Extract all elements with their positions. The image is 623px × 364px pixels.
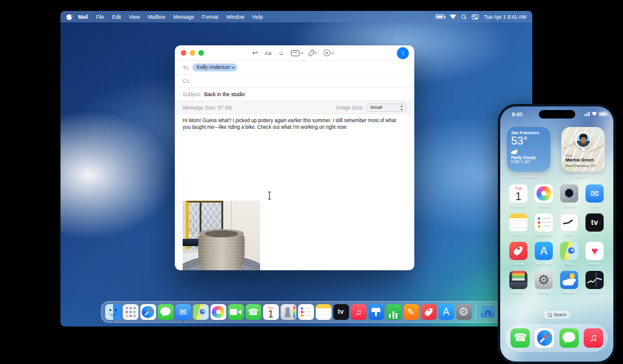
messages-icon[interactable] (158, 304, 174, 320)
menu-item-file[interactable]: File (96, 14, 105, 20)
zoom-window-button[interactable] (198, 50, 204, 56)
menu-bar-clock[interactable]: Tue Apr 1 9:41 AM (484, 14, 526, 20)
menu-item-format[interactable]: Format (202, 14, 218, 20)
home-app-reminders[interactable]: Reminders (531, 213, 556, 237)
safari-icon[interactable] (535, 328, 554, 348)
dock-item-messages[interactable] (157, 304, 174, 320)
home-app-clock[interactable]: Clock (556, 213, 582, 237)
close-window-button[interactable] (181, 50, 186, 56)
dock-item-settings-mac[interactable]: ⚙ (455, 304, 472, 320)
dock-item-numbers[interactable] (385, 304, 402, 320)
dock-item-tv[interactable]: tv (333, 304, 349, 320)
dock-item-music[interactable]: ♫ (350, 304, 367, 320)
menu-item-view[interactable]: View (129, 14, 140, 20)
dock-item-notes[interactable] (315, 304, 331, 320)
battery-icon[interactable] (435, 15, 445, 19)
home-app-notes[interactable]: Notes (506, 213, 531, 237)
downloads-icon[interactable]: ↓ (480, 304, 496, 320)
tv-icon[interactable]: tv (585, 213, 604, 232)
text-format-button[interactable]: Aa (264, 50, 272, 56)
mail-icon[interactable]: ✉ (585, 184, 604, 203)
dock-item-downloads[interactable]: ↓ (480, 304, 496, 320)
findmy-widget[interactable]: NA GREEN DR MARINA BLV Now Marina Green … (561, 127, 605, 172)
dock-item-safari[interactable] (140, 304, 156, 320)
dock-item-maps[interactable] (192, 304, 209, 320)
launchpad-icon[interactable] (123, 304, 139, 320)
notes-icon[interactable] (509, 213, 527, 232)
wallet-icon[interactable] (509, 271, 527, 289)
camera-icon[interactable] (560, 184, 578, 203)
home-app-mail[interactable]: ✉Mail (582, 184, 607, 208)
tv-icon[interactable]: tv (333, 304, 349, 320)
music-icon[interactable]: ♫ (351, 304, 367, 320)
home-app-tv[interactable]: tvTV (582, 213, 607, 237)
home-app-camera[interactable]: Camera (556, 184, 582, 208)
phone-icon[interactable]: ☎ (510, 328, 530, 348)
settings-ios-icon[interactable]: ⚙ (535, 271, 553, 289)
appstore-icon[interactable]: A (439, 304, 454, 320)
weather-widget[interactable]: San Francisco 53° Partly Cloudy H:56° L:… (507, 127, 550, 172)
calendar-icon[interactable]: Tue1 (509, 184, 527, 203)
stocks-icon[interactable] (585, 271, 604, 289)
contacts-icon[interactable] (281, 304, 296, 320)
reminders-icon[interactable] (535, 213, 553, 232)
cc-field[interactable]: Cc: (175, 74, 414, 88)
music-icon[interactable]: ♫ (584, 328, 603, 348)
attach-file-button[interactable] (310, 50, 317, 56)
home-app-weather-app[interactable]: Weather (556, 271, 582, 294)
calendar-icon[interactable]: Tue1 (263, 304, 279, 320)
home-app-health[interactable]: ♥Health (582, 242, 607, 265)
recipient-token[interactable]: Kelly Anderson (192, 63, 237, 71)
home-app-photos[interactable]: Photos (531, 184, 556, 208)
pages-icon[interactable]: ✎ (403, 304, 419, 320)
dock-item-keynote[interactable] (368, 304, 384, 320)
facetime-icon[interactable] (228, 304, 244, 320)
messages-icon[interactable] (559, 328, 579, 348)
menu-item-window[interactable]: Window (226, 14, 244, 20)
minimize-window-button[interactable] (190, 50, 195, 56)
home-app-games[interactable]: Games (506, 242, 531, 265)
control-center-icon[interactable] (472, 15, 478, 19)
message-body[interactable]: Hi Mom! Guess what? I picked up pottery … (175, 114, 414, 270)
menu-item-edit[interactable]: Edit (112, 14, 121, 20)
games-icon[interactable] (421, 304, 437, 320)
numbers-icon[interactable] (386, 304, 402, 320)
dock-item-photos[interactable] (210, 304, 226, 320)
send-button[interactable]: ↑ (397, 47, 409, 59)
reminders-icon[interactable] (298, 304, 314, 320)
mail-icon[interactable]: ✉ (175, 304, 191, 320)
pottery-photo-attachment[interactable] (183, 201, 260, 270)
home-app-appstore[interactable]: AApp Store (531, 242, 556, 265)
subject-field[interactable]: Subject: Back in the studio (175, 88, 414, 101)
dock-item-finder[interactable] (105, 304, 121, 320)
header-fields-button[interactable] (291, 50, 303, 56)
undo-icon[interactable]: ↩ (252, 50, 258, 56)
insert-media-button[interactable] (324, 50, 334, 56)
dock-item-launchpad[interactable] (122, 304, 139, 320)
dock-item-pages[interactable]: ✎ (403, 304, 419, 320)
dock-item-contacts[interactable] (280, 304, 296, 320)
maps-icon[interactable] (560, 242, 578, 260)
home-app-maps[interactable]: Maps (556, 242, 582, 265)
games-icon[interactable] (509, 242, 527, 260)
clock-icon[interactable] (560, 213, 578, 232)
photos-icon[interactable] (535, 184, 553, 203)
home-app-wallet[interactable]: Wallet (506, 271, 531, 294)
to-field[interactable]: To: Kelly Anderson (175, 61, 414, 74)
finder-icon[interactable] (105, 304, 121, 320)
weather-app-icon[interactable] (560, 271, 578, 289)
menu-item-mailbox[interactable]: Mailbox (148, 14, 165, 20)
appstore-icon[interactable]: A (535, 242, 553, 260)
dock-item-calendar[interactable]: Tue1 (263, 304, 279, 320)
home-app-stocks[interactable]: Stocks (582, 271, 607, 294)
dock-item-reminders[interactable] (298, 304, 314, 320)
maps-icon[interactable] (193, 304, 209, 320)
dock-item-appstore[interactable]: A (438, 304, 454, 320)
photos-icon[interactable] (210, 304, 226, 320)
home-app-settings-ios[interactable]: ⚙Settings (531, 271, 556, 294)
emoji-picker-icon[interactable]: ☺ (278, 50, 284, 56)
home-app-calendar[interactable]: Tue1Calendar (506, 184, 531, 208)
dock-item-mail[interactable]: ✉ (175, 304, 191, 320)
keynote-icon[interactable] (368, 304, 384, 320)
spotlight-search-icon[interactable] (462, 15, 466, 19)
